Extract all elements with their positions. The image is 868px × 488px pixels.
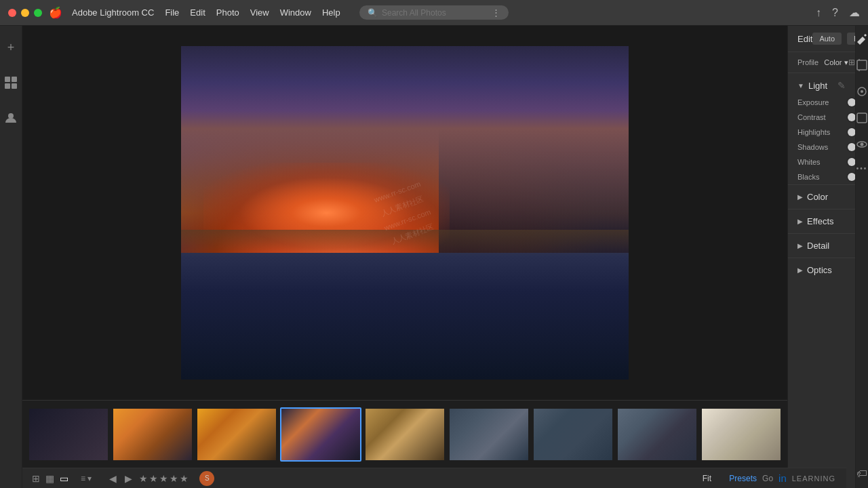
develop-edit-icon[interactable]	[856, 33, 868, 47]
filter-icon[interactable]: ⋮	[492, 7, 500, 18]
menu-help[interactable]: Help	[322, 7, 340, 18]
center-panel: www.rr-sc.com 人人素材社区 www.rr-sc.com 人人素材社…	[22, 26, 787, 488]
menu-window[interactable]: Window	[280, 7, 311, 18]
auto-button[interactable]: Auto	[812, 33, 842, 45]
more-options-icon[interactable]: •••	[856, 165, 868, 172]
star-3[interactable]: ★	[159, 473, 168, 484]
exposure-label: Exposure	[797, 98, 846, 106]
blacks-label: Blacks	[797, 173, 846, 181]
photo-area: www.rr-sc.com 人人素材社区 www.rr-sc.com 人人素材社…	[22, 26, 787, 400]
svg-point-4	[8, 113, 14, 119]
star-rating[interactable]: ★ ★ ★ ★ ★	[139, 473, 189, 484]
people-icon[interactable]	[0, 107, 22, 129]
light-sliders: Exposure 0 Contrast 0 Highlights	[788, 95, 855, 184]
maximize-button[interactable]	[34, 9, 42, 17]
filmstrip-thumb-5[interactable]	[364, 407, 446, 462]
svg-rect-5	[857, 60, 867, 70]
search-icon: 🔍	[368, 8, 378, 18]
filmstrip-thumb-3[interactable]	[196, 407, 277, 462]
detail-section-header[interactable]: ▶ Detail	[788, 233, 855, 258]
contrast-slider-row: Contrast 0	[788, 110, 855, 125]
main-layout: +	[0, 26, 868, 488]
flag-prev-button[interactable]: ◀	[108, 472, 118, 485]
star-5[interactable]: ★	[180, 473, 189, 484]
bottom-bar: ⊞ ▦ ▭ ≡ ▾ ◀ ▶ ★ ★ ★ ★ ★ S Fit Fill 1:1 ⧉…	[22, 468, 787, 488]
filmstrip-thumb-8[interactable]	[616, 407, 698, 462]
grid-view-button[interactable]: ⊞	[31, 472, 41, 485]
optics-section-header[interactable]: ▶ Optics	[788, 258, 855, 282]
effects-section-header[interactable]: ▶ Effects	[788, 209, 855, 233]
flag-next-button[interactable]: ▶	[123, 472, 134, 485]
cloud-icon[interactable]: ☁	[849, 6, 860, 19]
svg-rect-3	[12, 83, 17, 89]
optics-expand-arrow: ▶	[797, 266, 803, 274]
color-expand-arrow: ▶	[797, 193, 803, 201]
effects-section-title: Effects	[807, 216, 834, 226]
menu-edit[interactable]: Edit	[190, 7, 205, 18]
filmstrip-thumb-9[interactable]	[701, 407, 782, 462]
color-section-header[interactable]: ▶ Color	[788, 184, 855, 209]
linkedin-icon[interactable]: in	[778, 472, 787, 484]
single-view-button[interactable]: ▭	[58, 472, 70, 485]
search-bar[interactable]: 🔍 ⋮	[359, 5, 509, 20]
filmstrip-thumb-4[interactable]	[280, 407, 361, 462]
profile-row: Profile Color ▾ ⊞	[788, 52, 855, 73]
mask-icon[interactable]	[856, 112, 868, 126]
filmstrip-thumb-2[interactable]	[112, 407, 193, 462]
svg-rect-0	[5, 77, 10, 82]
go-text: Go	[762, 474, 773, 483]
svg-point-12	[861, 143, 864, 146]
minimize-button[interactable]	[21, 9, 29, 17]
menu-file[interactable]: File	[165, 7, 179, 18]
main-photo: www.rr-sc.com 人人素材社区 www.rr-sc.com 人人素材社…	[181, 46, 629, 380]
sort-button[interactable]: ≡ ▾	[81, 474, 92, 483]
star-1[interactable]: ★	[139, 473, 148, 484]
presets-link[interactable]: Presets	[729, 474, 757, 483]
profile-grid-icon[interactable]: ⊞	[848, 58, 855, 67]
title-bar: 🍎 Adobe Lightroom CC File Edit Photo Vie…	[0, 0, 868, 26]
user-avatar: S	[199, 471, 214, 486]
right-icon-panel: ••• 🏷	[855, 26, 868, 488]
right-panel: Edit Auto B&W Profile Color ▾ ⊞ ▼ Light …	[787, 26, 855, 488]
profile-value[interactable]: Color ▾	[824, 58, 848, 67]
filmstrip-thumb-7[interactable]	[532, 407, 614, 462]
fit-button[interactable]: Fit	[703, 474, 711, 483]
star-4[interactable]: ★	[170, 473, 178, 484]
profile-label: Profile	[797, 58, 818, 66]
light-edit-icon[interactable]: ✎	[837, 80, 846, 91]
presets-learning-bar: Presets Go in LEARNING	[718, 468, 846, 488]
light-expand-arrow: ▼	[797, 82, 804, 89]
detail-section-title: Detail	[807, 241, 829, 251]
add-photo-button[interactable]: +	[0, 37, 22, 58]
tag-icon[interactable]: 🏷	[856, 468, 867, 480]
light-section-header[interactable]: ▼ Light ✎	[788, 73, 855, 95]
close-button[interactable]	[8, 9, 16, 17]
bw-button[interactable]: B&W	[847, 33, 855, 45]
menu-adobe-lightroom[interactable]: Adobe Lightroom CC	[72, 7, 154, 18]
highlights-label: Highlights	[797, 128, 846, 136]
menu-photo[interactable]: Photo	[216, 7, 239, 18]
star-2[interactable]: ★	[149, 473, 158, 484]
crop-straighten-icon[interactable]	[856, 59, 868, 73]
detail-expand-arrow: ▶	[797, 242, 803, 249]
search-input[interactable]	[382, 8, 488, 18]
spot-removal-icon[interactable]	[856, 85, 868, 100]
exposure-slider-row: Exposure 0	[788, 95, 855, 110]
filmstrip	[22, 400, 787, 468]
filmstrip-thumb-6[interactable]	[448, 407, 530, 462]
library-icon[interactable]	[0, 72, 22, 94]
effects-expand-arrow: ▶	[797, 218, 803, 225]
header-right: ↑ ? ☁	[816, 6, 860, 19]
shadows-slider-row: Shadows 0	[788, 140, 855, 155]
help-icon[interactable]: ?	[832, 7, 838, 19]
svg-rect-10	[857, 113, 867, 123]
share-icon[interactable]: ↑	[816, 7, 821, 19]
apple-logo-icon: 🍎	[49, 6, 62, 19]
red-eye-icon[interactable]	[856, 138, 868, 152]
svg-point-9	[861, 90, 863, 93]
color-section-title: Color	[807, 192, 828, 202]
menu-bar: Adobe Lightroom CC File Edit Photo View …	[72, 7, 340, 18]
filmstrip-thumb-1[interactable]	[28, 407, 109, 462]
square-view-button[interactable]: ▦	[44, 472, 56, 485]
menu-view[interactable]: View	[250, 7, 269, 18]
